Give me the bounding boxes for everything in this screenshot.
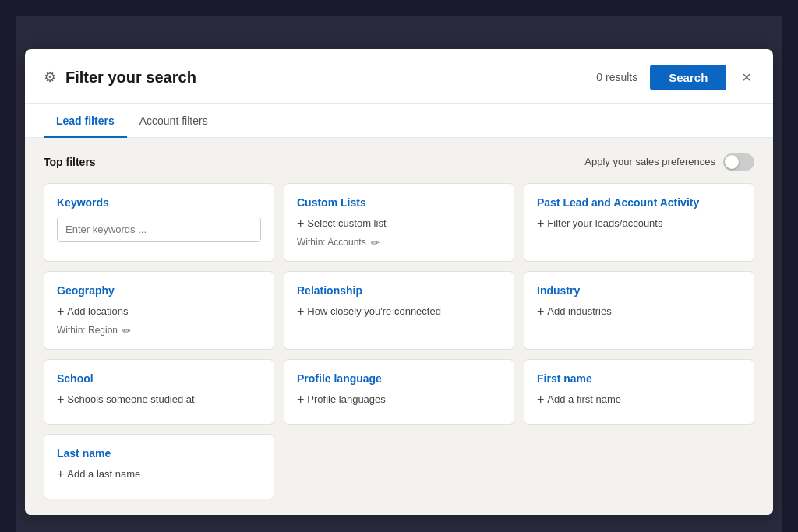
industry-title: Industry — [537, 284, 741, 297]
plus-icon-9: + — [57, 467, 64, 481]
school-action-label: Schools someone studied at — [67, 393, 194, 405]
geography-action[interactable]: + Add locations — [57, 305, 261, 319]
header-right: 0 results Search × — [596, 65, 754, 90]
filter-card-profile-language: Profile language + Profile languages — [284, 359, 514, 425]
school-title: School — [57, 372, 261, 385]
custom-lists-title: Custom Lists — [297, 196, 501, 209]
industry-action[interactable]: + Add industries — [537, 305, 741, 319]
profile-language-action[interactable]: + Profile languages — [297, 393, 501, 407]
last-name-title: Last name — [57, 447, 261, 460]
custom-lists-action[interactable]: + Select custom list — [297, 217, 501, 231]
plus-icon-3: + — [57, 305, 64, 319]
modal-tabs: Lead filters Account filters — [25, 104, 773, 138]
relationship-action[interactable]: + How closely you're connected — [297, 305, 501, 319]
first-name-action-label: Add a first name — [547, 393, 621, 405]
plus-icon-8: + — [537, 393, 544, 407]
geography-edit-icon[interactable]: ✏ — [122, 325, 131, 336]
filter-card-geography: Geography + Add locations Within: Region… — [44, 271, 274, 350]
geography-action-label: Add locations — [67, 305, 128, 317]
past-activity-title: Past Lead and Account Activity — [537, 196, 741, 209]
top-filters-header: Top filters Apply your sales preferences — [44, 153, 754, 171]
first-name-action[interactable]: + Add a first name — [537, 393, 741, 407]
last-name-action[interactable]: + Add a last name — [57, 467, 261, 481]
plus-icon: + — [297, 217, 304, 231]
keywords-input[interactable] — [57, 217, 261, 242]
results-count: 0 results — [596, 71, 637, 83]
filter-card-school: School + Schools someone studied at — [44, 359, 274, 425]
profile-language-title: Profile language — [297, 372, 501, 385]
first-name-title: First name — [537, 372, 741, 385]
filter-card-industry: Industry + Add industries — [524, 271, 754, 350]
last-name-action-label: Add a last name — [67, 468, 140, 480]
school-action[interactable]: + Schools someone studied at — [57, 393, 261, 407]
filter-card-custom-lists: Custom Lists + Select custom list Within… — [284, 183, 514, 262]
preferences-toggle[interactable] — [723, 153, 754, 171]
geography-within: Within: Region — [57, 325, 118, 336]
plus-icon-2: + — [537, 217, 544, 231]
geography-sub: Within: Region ✏ — [57, 325, 261, 336]
geography-title: Geography — [57, 284, 261, 297]
top-filters-label: Top filters — [44, 156, 96, 168]
filter-card-last-name: Last name + Add a last name — [44, 434, 274, 499]
modal-header: ⚙ Filter your search 0 results Search × — [25, 49, 773, 104]
past-activity-action-label: Filter your leads/accounts — [547, 217, 662, 229]
custom-lists-within: Within: Accounts — [297, 237, 366, 248]
plus-icon-4: + — [297, 305, 304, 319]
plus-icon-6: + — [57, 393, 64, 407]
custom-lists-action-label: Select custom list — [307, 217, 386, 229]
keywords-title: Keywords — [57, 196, 261, 209]
tab-lead-filters[interactable]: Lead filters — [44, 104, 127, 138]
search-button[interactable]: Search — [650, 65, 726, 90]
plus-icon-7: + — [297, 393, 304, 407]
filter-modal: ⚙ Filter your search 0 results Search × … — [25, 49, 773, 515]
filter-card-first-name: First name + Add a first name — [524, 359, 754, 425]
header-left: ⚙ Filter your search — [44, 69, 196, 86]
edit-icon[interactable]: ✏ — [371, 237, 380, 248]
relationship-title: Relationship — [297, 284, 501, 297]
profile-language-action-label: Profile languages — [307, 393, 385, 405]
tab-account-filters[interactable]: Account filters — [127, 104, 221, 138]
custom-lists-sub: Within: Accounts ✏ — [297, 237, 501, 248]
filter-icon: ⚙ — [44, 69, 56, 86]
filter-card-past-activity: Past Lead and Account Activity + Filter … — [524, 183, 754, 262]
close-button[interactable]: × — [739, 66, 754, 88]
modal-title: Filter your search — [65, 69, 196, 86]
filters-grid: Keywords Custom Lists + Select custom li… — [44, 183, 754, 499]
filter-card-relationship: Relationship + How closely you're connec… — [284, 271, 514, 350]
relationship-action-label: How closely you're connected — [307, 305, 441, 317]
industry-action-label: Add industries — [547, 305, 611, 317]
modal-backdrop: ⚙ Filter your search 0 results Search × … — [16, 16, 782, 532]
preferences-row: Apply your sales preferences — [584, 153, 754, 171]
preferences-label: Apply your sales preferences — [584, 156, 715, 167]
modal-body: Top filters Apply your sales preferences… — [25, 138, 773, 515]
past-activity-action[interactable]: + Filter your leads/accounts — [537, 217, 741, 231]
filter-card-keywords: Keywords — [44, 183, 274, 262]
plus-icon-5: + — [537, 305, 544, 319]
